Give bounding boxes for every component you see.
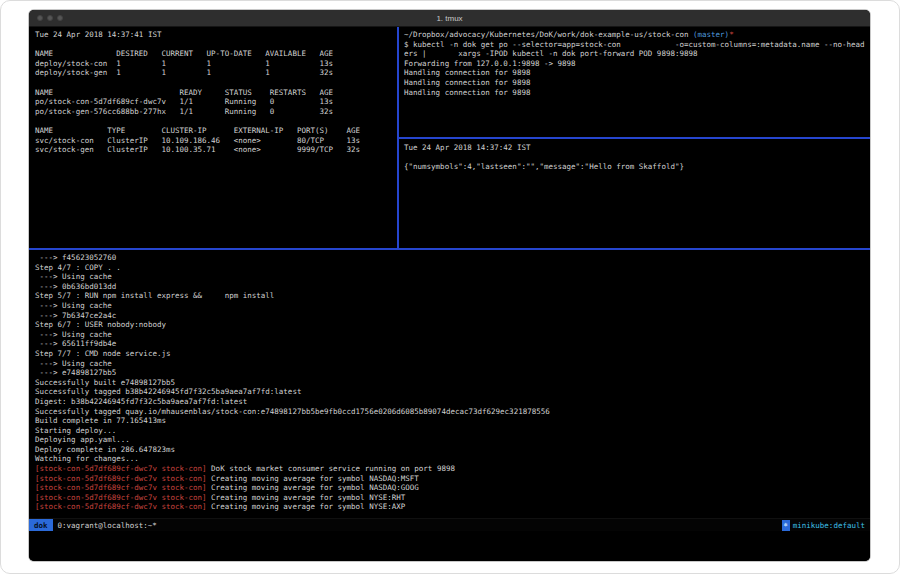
zoom-icon[interactable]: [57, 15, 63, 21]
window-title: 1. tmux: [29, 14, 870, 23]
terminal-line: deploy/stock-gen 1 1 1 1 32s: [35, 68, 397, 78]
pod-log-line: [stock-con-5d7df689cf-dwc7v stock-con] C…: [35, 483, 870, 493]
terminal-line: [35, 116, 397, 126]
titlebar[interactable]: 1. tmux: [29, 10, 870, 27]
pod-log-message: Creating moving average for symbol NASDA…: [207, 483, 419, 492]
terminal-line: Handling connection for 9898: [404, 88, 870, 98]
terminal-line: Tue 24 Apr 2018 14:37:42 IST: [404, 143, 870, 153]
tmux-status-bar: dok 0:vagrant@localhost:~* ⎈ minikube:de…: [29, 518, 870, 531]
terminal-line: Successfully tagged quay.io/mhausenblas/…: [35, 407, 870, 417]
pane-port-forward[interactable]: ~/Dropbox/advocacy/Kubernetes/DoK/work/d…: [399, 27, 870, 137]
terminal-line: {"numsymbols":4,"lastseen":"","message":…: [404, 162, 870, 172]
pod-log-line: [stock-con-5d7df689cf-dwc7v stock-con] C…: [35, 474, 870, 484]
session-name-badge: dok: [29, 519, 53, 532]
terminal-line: ---> 7b6347ce2a4c: [35, 311, 870, 321]
kube-context-label: minikube:default: [793, 521, 865, 530]
terminal-line: deploy/stock-con 1 1 1 1 13s: [35, 59, 397, 69]
terminal-line: [35, 78, 397, 88]
terminal-line: Starting deploy...: [35, 426, 870, 436]
terminal-line: ers | xargs -IPOD kubectl -n dok port-fo…: [404, 49, 870, 59]
pod-log-line: [stock-con-5d7df689cf-dwc7v stock-con] C…: [35, 502, 870, 512]
tmux-top-row: Tue 24 Apr 2018 14:37:41 IST NAME DESIRE…: [29, 27, 870, 248]
terminal-line: ---> Using cache: [35, 272, 870, 282]
pane-curl-output[interactable]: Tue 24 Apr 2018 14:37:42 IST {"numsymbol…: [399, 139, 870, 248]
terminal-line: Step 4/7 : COPY . .: [35, 263, 870, 273]
terminal-line: ---> Using cache: [35, 301, 870, 311]
terminal-line: [404, 153, 870, 163]
terminal-line: ---> 0b636bd013dd: [35, 282, 870, 292]
prompt-path: ~/Dropbox/advocacy/Kubernetes/DoK/work/d…: [404, 30, 688, 39]
terminal-line: po/stock-con-5d7df689cf-dwc7v 1/1 Runnin…: [35, 97, 397, 107]
git-dirty-flag: *: [729, 30, 734, 39]
terminal-line: Successfully tagged b38b42246945fd7f32c5…: [35, 387, 870, 397]
pod-log-message: DoK stock market consumer service runnin…: [207, 464, 455, 473]
terminal-line: Step 7/7 : CMD node service.js: [35, 349, 870, 359]
traffic-lights: [37, 15, 63, 21]
pod-log-message: Creating moving average for symbol NASDA…: [207, 474, 419, 483]
pod-log-prefix: [stock-con-5d7df689cf-dwc7v stock-con]: [35, 483, 207, 492]
terminal-line: NAME TYPE CLUSTER-IP EXTERNAL-IP PORT(S)…: [35, 126, 397, 136]
terminal-line: Successfully built e74898127bb5: [35, 378, 870, 388]
pod-log-output: [stock-con-5d7df689cf-dwc7v stock-con] D…: [35, 464, 870, 512]
pod-log-message: Creating moving average for symbol NYSE:…: [207, 493, 406, 502]
terminal-line: Step 6/7 : USER nobody:nobody: [35, 320, 870, 330]
git-branch-label: (master): [688, 30, 729, 39]
port-forward-output: $ kubectl -n dok get po --selector=app=s…: [404, 40, 870, 98]
terminal-line: svc/stock-gen ClusterIP 10.100.35.71 <no…: [35, 145, 397, 155]
terminal-line: NAME READY STATUS RESTARTS AGE: [35, 88, 397, 98]
terminal-line: po/stock-gen-576cc688bb-277hx 1/1 Runnin…: [35, 107, 397, 117]
terminal-line: Deploy complete in 286.647823ms: [35, 445, 870, 455]
pod-log-message: Creating moving average for symbol NYSE:…: [207, 502, 406, 511]
tmux-right-column: ~/Dropbox/advocacy/Kubernetes/DoK/work/d…: [399, 27, 870, 248]
pod-log-prefix: [stock-con-5d7df689cf-dwc7v stock-con]: [35, 474, 207, 483]
terminal-line: NAME DESIRED CURRENT UP-TO-DATE AVAILABL…: [35, 49, 397, 59]
window-label[interactable]: 0:vagrant@localhost:~*: [58, 521, 157, 530]
terminal-window: 1. tmux Tue 24 Apr 2018 14:37:41 IST NAM…: [29, 10, 870, 561]
terminal-bottom-gap: [29, 531, 870, 561]
terminal-line: Handling connection for 9898: [404, 78, 870, 88]
pod-log-prefix: [stock-con-5d7df689cf-dwc7v stock-con]: [35, 502, 207, 511]
pod-log-line: [stock-con-5d7df689cf-dwc7v stock-con] C…: [35, 493, 870, 503]
terminal-line: ---> e74898127bb5: [35, 368, 870, 378]
pod-log-prefix: [stock-con-5d7df689cf-dwc7v stock-con]: [35, 493, 207, 502]
terminal-line: ---> 65611ff9db4e: [35, 339, 870, 349]
terminal-line: Step 5/7 : RUN npm install express && np…: [35, 291, 870, 301]
close-icon[interactable]: [37, 15, 43, 21]
terminal-line: ---> Using cache: [35, 330, 870, 340]
terminal-line: Forwarding from 127.0.0.1:9898 -> 9898: [404, 59, 870, 69]
pane-kubectl-get[interactable]: Tue 24 Apr 2018 14:37:41 IST NAME DESIRE…: [29, 27, 397, 248]
pane-skaffold-log[interactable]: ---> f45623052760 Step 4/7 : COPY . . --…: [29, 250, 870, 518]
terminal-line: Build complete in 77.165413ms: [35, 416, 870, 426]
terminal-line: Watching for changes...: [35, 454, 870, 464]
terminal-line: ---> Using cache: [35, 359, 870, 369]
pod-log-line: [stock-con-5d7df689cf-dwc7v stock-con] D…: [35, 464, 870, 474]
terminal-line: Handling connection for 9898: [404, 68, 870, 78]
docker-build-output: ---> f45623052760 Step 4/7 : COPY . . --…: [35, 253, 870, 464]
kubernetes-helm-icon: ⎈: [782, 520, 790, 531]
terminal-line: [35, 40, 397, 50]
terminal-line: Tue 24 Apr 2018 14:37:41 IST: [35, 30, 397, 40]
terminal-line: $ kubectl -n dok get po --selector=app=s…: [404, 40, 870, 50]
terminal-line: Digest: b38b42246945fd7f32c5ba9aea7af7fd…: [35, 397, 870, 407]
minimize-icon[interactable]: [47, 15, 53, 21]
terminal-line: Deploying app.yaml...: [35, 435, 870, 445]
terminal-line: ---> f45623052760: [35, 253, 870, 263]
tmux-content: Tue 24 Apr 2018 14:37:41 IST NAME DESIRE…: [29, 27, 870, 561]
terminal-line: svc/stock-con ClusterIP 10.109.186.46 <n…: [35, 136, 397, 146]
pod-log-prefix: [stock-con-5d7df689cf-dwc7v stock-con]: [35, 464, 207, 473]
shell-prompt-line: ~/Dropbox/advocacy/Kubernetes/DoK/work/d…: [404, 30, 870, 40]
